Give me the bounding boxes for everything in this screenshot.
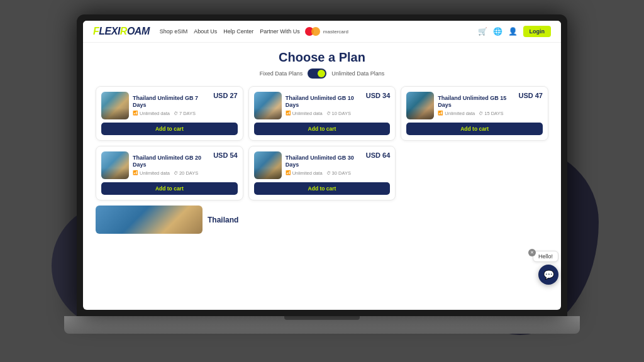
plan-info-30days: Thailand Unlimited GB 30 Days 📶 Unlimite… [286,155,362,176]
plan-info-20days: Thailand Unlimited GB 20 Days 📶 Unlimite… [133,155,209,176]
mc-circle-orange [311,27,320,36]
clock-icon-7days: ⏱ [174,111,178,116]
plan-days-15days: ⏱ 15 DAYS [479,111,503,116]
plan-details-15days: 📶 Unlimited data ⏱ 15 DAYS [438,111,514,116]
plan-data-7days: 📶 Unlimited data [133,111,170,116]
plan-name-30days: Thailand Unlimited GB 30 Days [286,155,362,168]
plan-header-10days: Thailand Unlimited GB 10 Days 📶 Unlimite… [254,92,391,119]
plan-info-15days: Thailand Unlimited GB 15 Days 📶 Unlimite… [438,95,514,116]
plan-name-20days: Thailand Unlimited GB 20 Days [133,155,209,168]
chat-icon: 💬 [543,270,554,280]
plan-data-15days: 📶 Unlimited data [438,111,475,116]
navbar: FLEXIROAM Shop eSIM About Us Help Center… [83,21,561,43]
plan-image-20days [101,151,129,179]
bottom-country-label: Thailand [208,216,238,224]
nav-shop-esim[interactable]: Shop eSIM [160,28,188,35]
plan-days-20days: ⏱ 20 DAYS [174,170,198,176]
plan-days-10days: ⏱ 10 DAYS [326,111,351,116]
user-icon[interactable]: 👤 [508,26,518,36]
plan-data-20days: 📶 Unlimited data [133,170,170,176]
plans-grid: Thailand Unlimited GB 7 Days 📶 Unlimited… [96,86,548,200]
logo: FLEXIROAM [93,26,150,37]
plan-price-30days: USD 64 [366,151,391,159]
plan-price-7days: USD 27 [213,92,238,99]
plan-data-30days: 📶 Unlimited data [286,170,323,176]
login-button[interactable]: Login [523,26,552,37]
add-to-cart-7days[interactable]: Add to cart [101,123,238,135]
plan-name-7days: Thailand Unlimited GB 7 Days [133,95,209,109]
data-icon-7days: 📶 [133,111,138,116]
plan-details-20days: 📶 Unlimited data ⏱ 20 DAYS [133,170,209,176]
plan-info-10days: Thailand Unlimited GB 10 Days 📶 Unlimite… [286,95,362,116]
toggle-fixed-label: Fixed Data Plans [260,70,303,77]
bottom-section: Thailand [96,206,548,234]
plan-header-15days: Thailand Unlimited GB 15 Days 📶 Unlimite… [406,92,543,119]
nav-help-center[interactable]: Help Center [223,28,253,35]
plan-name-10days: Thailand Unlimited GB 10 Days [286,95,362,109]
toggle-row: Fixed Data Plans Unlimited Data Plans [96,69,548,79]
nav-partner[interactable]: Partner With Us [260,28,300,35]
plan-header-20days: Thailand Unlimited GB 20 Days 📶 Unlimite… [101,151,238,179]
chat-close-button[interactable]: ✕ [528,249,536,256]
mastercard-logo: mastercard [305,27,348,36]
nav-icons: 🛒 🌐 👤 Login [478,26,552,37]
plan-info-7days: Thailand Unlimited GB 7 Days 📶 Unlimited… [133,95,209,116]
clock-icon-15days: ⏱ [479,111,483,116]
chat-open-button[interactable]: 💬 [538,265,558,285]
add-to-cart-30days[interactable]: Add to cart [254,182,391,195]
mc-text: mastercard [323,29,348,35]
nav-about-us[interactable]: About Us [194,28,217,35]
plan-card-10days: Thailand Unlimited GB 10 Days 📶 Unlimite… [248,86,396,141]
plan-details-10days: 📶 Unlimited data ⏱ 10 DAYS [286,111,362,116]
clock-icon-30days: ⏱ [326,171,331,175]
plan-data-10days: 📶 Unlimited data [286,111,323,116]
clock-icon-10days: ⏱ [326,111,331,116]
cart-icon[interactable]: 🛒 [478,26,488,36]
plan-details-30days: 📶 Unlimited data ⏱ 30 DAYS [286,170,362,176]
plan-details-7days: 📶 Unlimited data ⏱ 7 DAYS [133,111,209,116]
globe-icon[interactable]: 🌐 [493,26,503,36]
plan-header-30days: Thailand Unlimited GB 30 Days 📶 Unlimite… [254,151,391,179]
plan-image-7days [101,92,129,119]
plan-days-7days: ⏱ 7 DAYS [174,111,196,116]
plan-card-30days: Thailand Unlimited GB 30 Days 📶 Unlimite… [248,146,396,200]
add-to-cart-15days[interactable]: Add to cart [406,123,543,135]
plan-image-15days [406,92,434,119]
data-plan-toggle[interactable] [308,69,326,79]
plan-price-20days: USD 54 [213,151,238,159]
plan-image-10days [254,92,282,119]
main-content: Choose a Plan Fixed Data Plans Unlimited… [83,43,561,310]
data-icon-30days: 📶 [286,170,291,175]
laptop-base [64,316,580,334]
plan-price-10days: USD 34 [366,92,391,99]
plan-card-20days: Thailand Unlimited GB 20 Days 📶 Unlimite… [96,146,243,200]
plan-image-30days [254,151,282,179]
plan-name-15days: Thailand Unlimited GB 15 Days [438,95,514,109]
bottom-country-image [96,206,203,234]
nav-links: Shop eSIM About Us Help Center Partner W… [160,28,300,35]
add-to-cart-20days[interactable]: Add to cart [101,182,238,195]
page-title: Choose a Plan [96,50,548,65]
data-icon-15days: 📶 [438,111,443,116]
add-to-cart-10days[interactable]: Add to cart [254,123,391,135]
data-icon-10days: 📶 [286,111,291,116]
chat-widget: ✕ Hello! 💬 [533,251,558,285]
clock-icon-20days: ⏱ [174,171,178,175]
plan-card-7days: Thailand Unlimited GB 7 Days 📶 Unlimited… [96,86,243,141]
plan-card-15days: Thailand Unlimited GB 15 Days 📶 Unlimite… [401,86,548,141]
toggle-unlimited-label: Unlimited Data Plans [331,70,384,77]
plan-days-30days: ⏱ 30 DAYS [326,170,351,176]
chat-hello-bubble: ✕ Hello! [533,251,558,262]
plan-price-15days: USD 47 [518,92,543,99]
plan-header-7days: Thailand Unlimited GB 7 Days 📶 Unlimited… [101,92,238,119]
data-icon-20days: 📶 [133,170,138,175]
